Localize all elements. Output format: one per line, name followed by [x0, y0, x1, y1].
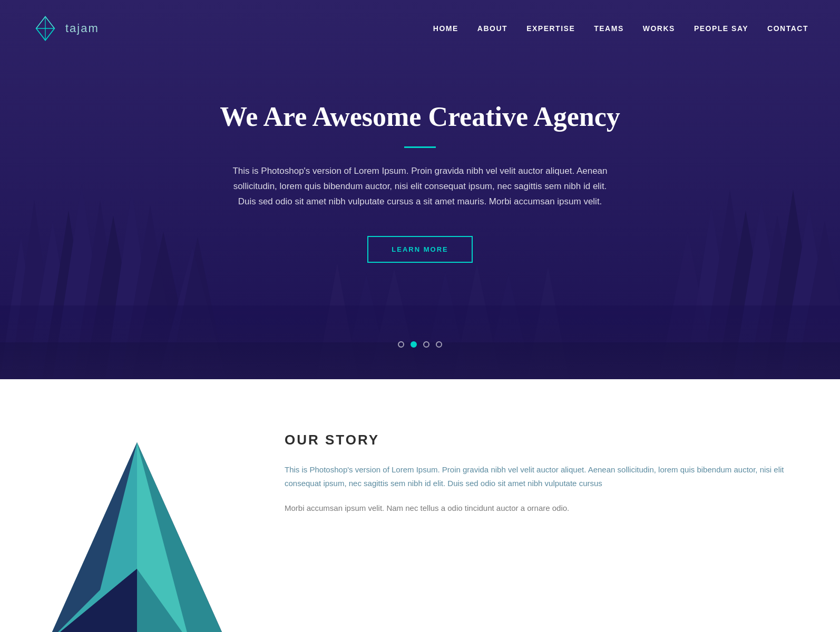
story-paragraph-1: This is Photoshop's version of Lorem Ips…	[285, 463, 808, 490]
story-text: OUR STORY This is Photoshop's version of…	[285, 421, 808, 515]
nav-contact[interactable]: CONTACT	[767, 24, 808, 33]
nav-expertise[interactable]: EXPERTISE	[526, 24, 575, 33]
svg-line-3	[36, 16, 45, 28]
dot-3[interactable]	[423, 341, 429, 348]
logo-icon	[32, 15, 59, 42]
nav-works[interactable]: WORKS	[643, 24, 675, 33]
hero-gradient	[0, 316, 840, 379]
hero-divider	[404, 146, 436, 148]
hero-content: We Are Awesome Creative Agency This is P…	[199, 101, 641, 262]
story-section: OUR STORY This is Photoshop's version of…	[0, 379, 840, 632]
hero-title: We Are Awesome Creative Agency	[220, 101, 620, 133]
dot-2[interactable]	[411, 341, 417, 348]
story-paragraph-2: Morbi accumsan ipsum velit. Nam nec tell…	[285, 501, 808, 515]
nav-home[interactable]: HOME	[433, 24, 458, 33]
logo-link[interactable]: tajam	[32, 15, 99, 42]
dot-1[interactable]	[398, 341, 404, 348]
nav-people-say[interactable]: PEOPLE SAY	[694, 24, 748, 33]
logo-text: tajam	[65, 22, 99, 35]
story-graphic	[32, 421, 242, 632]
hero-section: We Are Awesome Creative Agency This is P…	[0, 0, 840, 379]
slider-dots	[398, 341, 442, 348]
site-header: tajam HOME ABOUT EXPERTISE TEAMS WORKS P…	[0, 0, 840, 57]
hero-description: This is Photoshop's version of Lorem Ips…	[225, 164, 615, 210]
svg-line-4	[45, 16, 54, 28]
learn-more-button[interactable]: LEARN MORE	[367, 236, 472, 263]
nav-teams[interactable]: TEAMS	[594, 24, 624, 33]
main-nav: HOME ABOUT EXPERTISE TEAMS WORKS PEOPLE …	[433, 24, 808, 33]
story-title: OUR STORY	[285, 432, 808, 448]
nav-about[interactable]: ABOUT	[477, 24, 507, 33]
dot-4[interactable]	[436, 341, 442, 348]
